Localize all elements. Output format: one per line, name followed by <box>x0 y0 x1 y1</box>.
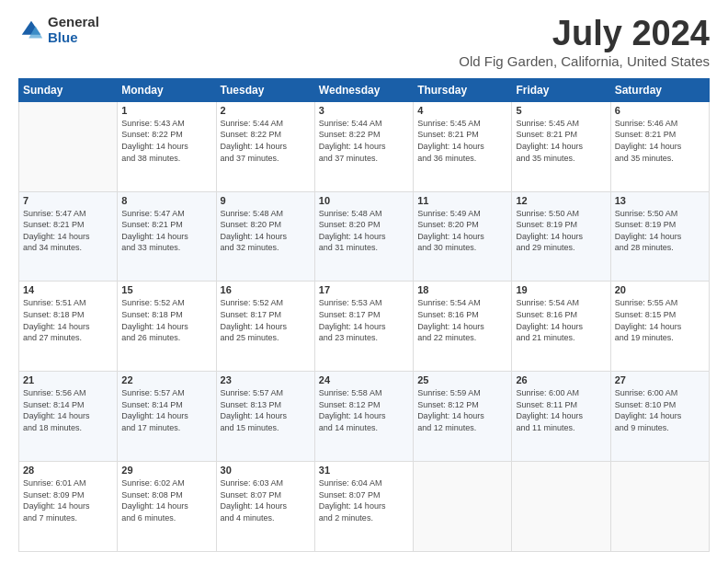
calendar-week-1: 7Sunrise: 5:47 AM Sunset: 8:21 PM Daylig… <box>19 191 710 282</box>
calendar-cell: 28Sunrise: 6:01 AM Sunset: 8:09 PM Dayli… <box>19 462 118 552</box>
calendar-cell: 12Sunrise: 5:50 AM Sunset: 8:19 PM Dayli… <box>512 191 610 282</box>
calendar-week-2: 14Sunrise: 5:51 AM Sunset: 8:18 PM Dayli… <box>19 282 710 372</box>
calendar-cell: 8Sunrise: 5:47 AM Sunset: 8:21 PM Daylig… <box>118 191 216 282</box>
calendar-table: SundayMondayTuesdayWednesdayThursdayFrid… <box>18 78 710 552</box>
day-number: 12 <box>516 195 606 206</box>
day-number: 3 <box>319 105 409 116</box>
calendar-cell: 29Sunrise: 6:02 AM Sunset: 8:08 PM Dayli… <box>118 462 216 552</box>
day-number: 29 <box>121 465 211 476</box>
day-info: Sunrise: 5:48 AM Sunset: 8:20 PM Dayligh… <box>221 208 311 254</box>
day-number: 11 <box>417 195 507 206</box>
day-number: 24 <box>319 374 409 385</box>
calendar-header-monday: Monday <box>118 78 216 101</box>
day-info: Sunrise: 5:56 AM Sunset: 8:14 PM Dayligh… <box>23 387 113 433</box>
day-number: 15 <box>121 284 211 295</box>
calendar-header-saturday: Saturday <box>610 78 709 101</box>
day-info: Sunrise: 5:57 AM Sunset: 8:13 PM Dayligh… <box>221 387 311 433</box>
day-info: Sunrise: 5:44 AM Sunset: 8:22 PM Dayligh… <box>319 118 409 164</box>
calendar-cell: 23Sunrise: 5:57 AM Sunset: 8:13 PM Dayli… <box>216 372 314 462</box>
calendar-cell: 22Sunrise: 5:57 AM Sunset: 8:14 PM Dayli… <box>118 372 216 462</box>
day-number: 23 <box>221 374 311 385</box>
calendar-cell: 5Sunrise: 5:45 AM Sunset: 8:21 PM Daylig… <box>512 101 610 191</box>
logo-text: General Blue <box>48 15 99 45</box>
calendar-cell <box>414 462 512 552</box>
day-info: Sunrise: 5:53 AM Sunset: 8:17 PM Dayligh… <box>319 297 409 343</box>
day-number: 30 <box>221 465 311 476</box>
calendar-cell: 20Sunrise: 5:55 AM Sunset: 8:15 PM Dayli… <box>610 282 709 372</box>
day-info: Sunrise: 5:54 AM Sunset: 8:16 PM Dayligh… <box>417 297 507 343</box>
day-number: 2 <box>221 105 311 116</box>
calendar-cell: 17Sunrise: 5:53 AM Sunset: 8:17 PM Dayli… <box>314 282 413 372</box>
day-number: 27 <box>615 374 705 385</box>
calendar-header-wednesday: Wednesday <box>314 78 413 101</box>
header: General Blue July 2024 Old Fig Garden, C… <box>18 15 710 69</box>
calendar-cell: 4Sunrise: 5:45 AM Sunset: 8:21 PM Daylig… <box>414 101 512 191</box>
calendar-cell: 9Sunrise: 5:48 AM Sunset: 8:20 PM Daylig… <box>216 191 314 282</box>
calendar-header-row: SundayMondayTuesdayWednesdayThursdayFrid… <box>19 78 710 101</box>
day-number: 1 <box>121 105 211 116</box>
calendar-week-4: 28Sunrise: 6:01 AM Sunset: 8:09 PM Dayli… <box>19 462 710 552</box>
day-number: 19 <box>516 284 606 295</box>
day-number: 9 <box>221 195 311 206</box>
logo-icon <box>18 17 44 43</box>
page: General Blue July 2024 Old Fig Garden, C… <box>0 0 728 563</box>
day-info: Sunrise: 6:00 AM Sunset: 8:10 PM Dayligh… <box>615 387 705 433</box>
calendar-cell: 31Sunrise: 6:04 AM Sunset: 8:07 PM Dayli… <box>314 462 413 552</box>
logo: General Blue <box>18 15 99 45</box>
calendar-cell: 26Sunrise: 6:00 AM Sunset: 8:11 PM Dayli… <box>512 372 610 462</box>
calendar-cell: 21Sunrise: 5:56 AM Sunset: 8:14 PM Dayli… <box>19 372 118 462</box>
calendar-cell: 16Sunrise: 5:52 AM Sunset: 8:17 PM Dayli… <box>216 282 314 372</box>
day-number: 20 <box>615 284 705 295</box>
day-info: Sunrise: 6:02 AM Sunset: 8:08 PM Dayligh… <box>121 477 211 523</box>
calendar-cell: 11Sunrise: 5:49 AM Sunset: 8:20 PM Dayli… <box>414 191 512 282</box>
subtitle: Old Fig Garden, California, United State… <box>459 53 710 69</box>
logo-blue: Blue <box>48 30 99 46</box>
calendar-week-3: 21Sunrise: 5:56 AM Sunset: 8:14 PM Dayli… <box>19 372 710 462</box>
calendar-cell: 6Sunrise: 5:46 AM Sunset: 8:21 PM Daylig… <box>610 101 709 191</box>
day-info: Sunrise: 5:50 AM Sunset: 8:19 PM Dayligh… <box>516 208 606 254</box>
day-info: Sunrise: 5:45 AM Sunset: 8:21 PM Dayligh… <box>516 118 606 164</box>
calendar-cell: 13Sunrise: 5:50 AM Sunset: 8:19 PM Dayli… <box>610 191 709 282</box>
day-number: 6 <box>615 105 705 116</box>
day-number: 18 <box>417 284 507 295</box>
day-number: 21 <box>23 374 113 385</box>
calendar-cell: 27Sunrise: 6:00 AM Sunset: 8:10 PM Dayli… <box>610 372 709 462</box>
calendar-header-tuesday: Tuesday <box>216 78 314 101</box>
day-info: Sunrise: 6:00 AM Sunset: 8:11 PM Dayligh… <box>516 387 606 433</box>
calendar-cell: 14Sunrise: 5:51 AM Sunset: 8:18 PM Dayli… <box>19 282 118 372</box>
day-number: 22 <box>121 374 211 385</box>
calendar-cell <box>512 462 610 552</box>
day-info: Sunrise: 5:47 AM Sunset: 8:21 PM Dayligh… <box>23 208 113 254</box>
calendar-cell: 3Sunrise: 5:44 AM Sunset: 8:22 PM Daylig… <box>314 101 413 191</box>
day-info: Sunrise: 5:46 AM Sunset: 8:21 PM Dayligh… <box>615 118 705 164</box>
day-info: Sunrise: 5:43 AM Sunset: 8:22 PM Dayligh… <box>121 118 211 164</box>
calendar-cell: 10Sunrise: 5:48 AM Sunset: 8:20 PM Dayli… <box>314 191 413 282</box>
calendar-cell: 7Sunrise: 5:47 AM Sunset: 8:21 PM Daylig… <box>19 191 118 282</box>
day-info: Sunrise: 5:49 AM Sunset: 8:20 PM Dayligh… <box>417 208 507 254</box>
calendar-header-friday: Friday <box>512 78 610 101</box>
calendar-cell <box>19 101 118 191</box>
day-info: Sunrise: 5:45 AM Sunset: 8:21 PM Dayligh… <box>417 118 507 164</box>
day-info: Sunrise: 5:59 AM Sunset: 8:12 PM Dayligh… <box>417 387 507 433</box>
title-block: July 2024 Old Fig Garden, California, Un… <box>459 15 710 69</box>
day-number: 10 <box>319 195 409 206</box>
day-info: Sunrise: 6:04 AM Sunset: 8:07 PM Dayligh… <box>319 477 409 523</box>
day-info: Sunrise: 5:58 AM Sunset: 8:12 PM Dayligh… <box>319 387 409 433</box>
day-info: Sunrise: 5:51 AM Sunset: 8:18 PM Dayligh… <box>23 297 113 343</box>
calendar-week-0: 1Sunrise: 5:43 AM Sunset: 8:22 PM Daylig… <box>19 101 710 191</box>
calendar-header-sunday: Sunday <box>19 78 118 101</box>
calendar-cell: 30Sunrise: 6:03 AM Sunset: 8:07 PM Dayli… <box>216 462 314 552</box>
main-title: July 2024 <box>459 15 710 53</box>
day-number: 13 <box>615 195 705 206</box>
day-number: 26 <box>516 374 606 385</box>
day-info: Sunrise: 5:54 AM Sunset: 8:16 PM Dayligh… <box>516 297 606 343</box>
day-info: Sunrise: 5:44 AM Sunset: 8:22 PM Dayligh… <box>221 118 311 164</box>
day-number: 14 <box>23 284 113 295</box>
calendar-cell: 19Sunrise: 5:54 AM Sunset: 8:16 PM Dayli… <box>512 282 610 372</box>
day-info: Sunrise: 5:52 AM Sunset: 8:18 PM Dayligh… <box>121 297 211 343</box>
day-number: 8 <box>121 195 211 206</box>
calendar-cell: 24Sunrise: 5:58 AM Sunset: 8:12 PM Dayli… <box>314 372 413 462</box>
day-info: Sunrise: 5:47 AM Sunset: 8:21 PM Dayligh… <box>121 208 211 254</box>
logo-general: General <box>48 15 99 30</box>
day-info: Sunrise: 5:55 AM Sunset: 8:15 PM Dayligh… <box>615 297 705 343</box>
